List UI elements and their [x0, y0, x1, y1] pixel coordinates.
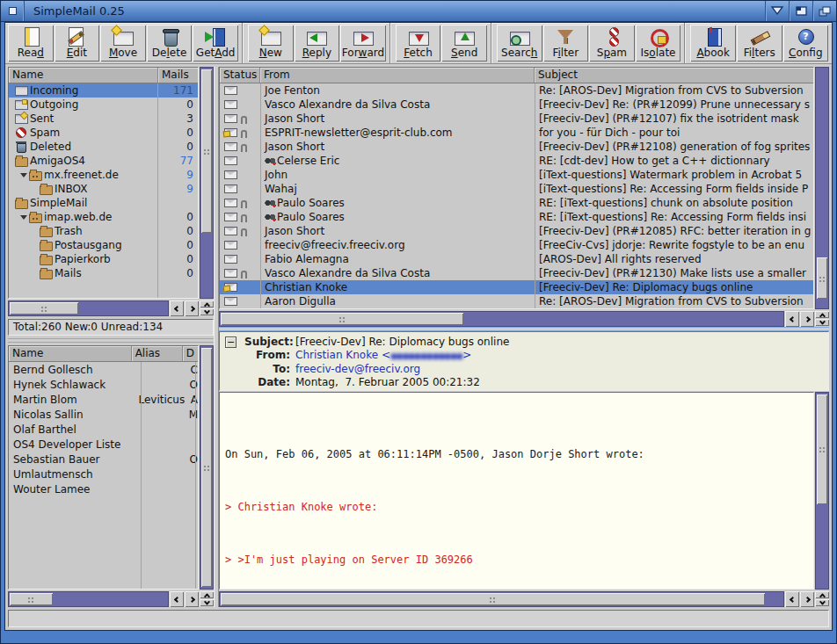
- hscroll-track[interactable]: [219, 311, 784, 327]
- toolbar-button[interactable]: Config: [783, 25, 829, 62]
- contact-row[interactable]: Nicolas Sallin M: [9, 407, 198, 422]
- contacts-col-alias[interactable]: Alias: [132, 346, 183, 361]
- contact-row[interactable]: Hynek Schlawack O: [9, 377, 198, 392]
- message-row[interactable]: Joe Fenton Re: [AROS-Dev] Migration from…: [220, 83, 813, 98]
- contact-row[interactable]: Sebastian Bauer O: [9, 452, 198, 467]
- folder-row[interactable]: SimpleMail: [9, 196, 198, 210]
- scroll-down-button[interactable]: [815, 319, 829, 326]
- toolbar-button[interactable]: Read: [8, 25, 54, 62]
- scroll-thumb[interactable]: [817, 257, 827, 299]
- message-row[interactable]: Vasco Alexandre da Silva Costa [Freeciv-…: [220, 98, 813, 112]
- folders-vscrollbar[interactable]: [200, 67, 214, 299]
- scroll-thumb[interactable]: [817, 394, 827, 504]
- message-row[interactable]: ESPRIT-newsletter@esprit-club.com for yo…: [220, 126, 813, 140]
- hscroll-track[interactable]: [8, 591, 169, 607]
- left-splitter[interactable]: [8, 338, 214, 343]
- scroll-up-button[interactable]: [200, 591, 214, 598]
- message-row[interactable]: Paulo Soares RE: [iText-questions] Re: A…: [220, 210, 813, 224]
- close-gadget[interactable]: [1, 1, 25, 21]
- scroll-left-button[interactable]: [785, 311, 799, 327]
- from-link[interactable]: Christian Knoke: [295, 349, 378, 361]
- folder-row[interactable]: Mails 0: [9, 266, 198, 280]
- folder-row[interactable]: Outgoing 0: [9, 98, 198, 112]
- toolbar-button[interactable]: Isolate: [636, 25, 681, 62]
- scroll-down-button[interactable]: [200, 599, 214, 606]
- scroll-up-button[interactable]: [200, 300, 214, 308]
- titlebar[interactable]: SimpleMail 0.25: [1, 1, 836, 22]
- scroll-thumb[interactable]: [10, 302, 78, 315]
- collapse-headers-button[interactable]: −: [225, 336, 237, 348]
- messages-col-status[interactable]: Status: [220, 68, 260, 83]
- message-row[interactable]: Vasco Alexandre da Silva Costa [Freeciv-…: [220, 266, 813, 280]
- message-row[interactable]: John [iText-questions] Watermark problem…: [220, 168, 813, 182]
- scroll-thumb[interactable]: [201, 348, 212, 587]
- scroll-left-button[interactable]: [170, 591, 184, 607]
- folder-row[interactable]: Deleted 0: [9, 140, 198, 154]
- toolbar-button[interactable]: Delete: [147, 25, 193, 62]
- hscroll-track[interactable]: [219, 591, 784, 607]
- to-link[interactable]: freeciv-dev@freeciv.org: [295, 363, 420, 375]
- folder-row[interactable]: mx.freenet.de 9: [9, 168, 198, 182]
- hscroll-track[interactable]: [8, 300, 169, 316]
- folder-row[interactable]: AmigaOS4 77: [9, 154, 198, 168]
- scroll-left-button[interactable]: [170, 300, 184, 316]
- contacts-col-d[interactable]: D: [183, 346, 198, 361]
- scroll-down-button[interactable]: [815, 599, 829, 606]
- zoom-gadget[interactable]: [789, 1, 812, 21]
- contact-row[interactable]: Wouter Lamee: [9, 481, 198, 496]
- iconify-gadget[interactable]: [765, 1, 789, 21]
- scroll-thumb[interactable]: [10, 593, 53, 605]
- depth-gadget[interactable]: [812, 1, 836, 21]
- scroll-thumb[interactable]: [201, 69, 212, 233]
- messages-col-subject[interactable]: Subject: [535, 68, 813, 83]
- column-divider[interactable]: [141, 362, 142, 589]
- messages-vscrollbar[interactable]: [815, 67, 829, 309]
- folder-row[interactable]: imap.web.de 0: [9, 210, 198, 224]
- toolbar-button[interactable]: Spam: [589, 25, 635, 62]
- message-row[interactable]: Christian Knoke [Freeciv-Dev] Re: Diplom…: [220, 280, 813, 294]
- contacts-vscrollbar[interactable]: [200, 345, 214, 590]
- scroll-thumb[interactable]: [221, 313, 463, 325]
- toolbar-button[interactable]: Forward: [340, 25, 386, 62]
- scroll-right-button[interactable]: [185, 591, 199, 607]
- scroll-left-button[interactable]: [785, 591, 799, 607]
- message-row[interactable]: Paulo Soares RE: [iText-questions] chunk…: [220, 196, 813, 210]
- toolbar-button[interactable]: Edit: [55, 25, 100, 62]
- column-divider[interactable]: [260, 83, 261, 308]
- toolbar-button[interactable]: Send: [441, 25, 487, 62]
- folder-row[interactable]: INBOX 9: [9, 182, 198, 196]
- toolbar-button[interactable]: Filter: [543, 25, 589, 62]
- scroll-right-button[interactable]: [800, 311, 814, 327]
- scroll-up-button[interactable]: [815, 311, 829, 318]
- scroll-up-button[interactable]: [815, 591, 829, 598]
- expander-icon[interactable]: [20, 215, 27, 220]
- scroll-right-button[interactable]: [800, 591, 814, 607]
- message-row[interactable]: Celerse Eric RE: [cdt-dev] How to get a …: [220, 154, 813, 168]
- toolbar-button[interactable]: Abook: [690, 25, 736, 62]
- scroll-right-button[interactable]: [185, 300, 199, 316]
- toolbar-button[interactable]: Filters: [737, 25, 782, 62]
- message-row[interactable]: Aaron Digulla Re: [AROS-Dev] Migration f…: [220, 294, 813, 308]
- column-divider[interactable]: [535, 83, 535, 308]
- contact-row[interactable]: Martin Blom Leviticus A: [9, 392, 198, 407]
- expander-icon[interactable]: [20, 173, 27, 177]
- message-row[interactable]: Fabio Alemagna [AROS-Dev] All rights res…: [220, 252, 813, 266]
- message-row[interactable]: Wahaj [iText-questions] Re: Accessing Fo…: [220, 182, 813, 196]
- toolbar-button[interactable]: Fetch: [396, 25, 441, 62]
- contact-row[interactable]: OS4 Developer Liste: [9, 437, 198, 452]
- message-row[interactable]: Jason Short [Freeciv-Dev] (PR#12107) fix…: [220, 112, 813, 126]
- column-divider[interactable]: [195, 362, 196, 589]
- contact-row[interactable]: Olaf Barthel: [9, 422, 198, 437]
- folders-col-mails[interactable]: Mails: [158, 68, 198, 83]
- folder-row[interactable]: Spam 0: [9, 126, 198, 140]
- folder-row[interactable]: Trash 0: [9, 224, 198, 238]
- folder-row[interactable]: Incoming 171: [9, 83, 198, 98]
- body-vscrollbar[interactable]: [815, 392, 829, 590]
- folder-row[interactable]: Postausgang 0: [9, 238, 198, 252]
- contacts-col-name[interactable]: Name: [9, 346, 132, 361]
- scroll-down-button[interactable]: [200, 308, 214, 315]
- contact-row[interactable]: Bernd Gollesch C: [9, 362, 198, 377]
- toolbar-button[interactable]: New: [248, 25, 294, 62]
- folder-row[interactable]: Sent 3: [9, 112, 198, 126]
- message-row[interactable]: freeciv@freeciv.freeciv.org [FreeCiv-Cvs…: [220, 238, 813, 252]
